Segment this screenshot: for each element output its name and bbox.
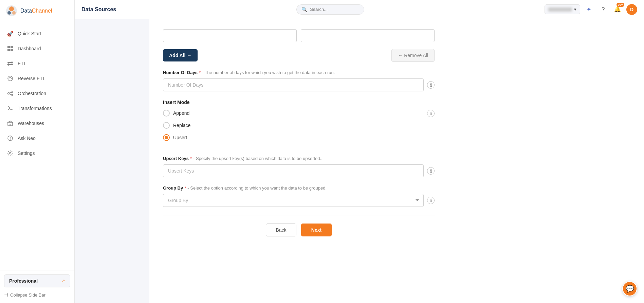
sidebar-item-label: Warehouses	[18, 121, 44, 126]
chat-bubble-button[interactable]: 💬	[622, 281, 637, 296]
insert-mode-title: Insert Mode	[163, 100, 435, 105]
upsert-keys-label: Upsert Keys*- Specify the upsert key(s) …	[163, 156, 435, 161]
transformations-icon	[7, 105, 14, 112]
group-by-desc: - Select the option according to which y…	[187, 185, 327, 191]
number-of-days-info-icon[interactable]: ℹ	[427, 81, 435, 89]
svg-line-11	[10, 92, 11, 93]
user-dropdown[interactable]: ▾	[545, 4, 580, 14]
remove-all-button[interactable]: ← Remove All	[391, 49, 435, 62]
svg-rect-5	[11, 46, 13, 48]
number-of-days-desc: - The number of days for which you wish …	[202, 70, 335, 75]
secondary-input[interactable]	[301, 29, 435, 42]
sidebar-item-ask-neo[interactable]: Ask Neo	[0, 131, 74, 146]
insert-mode-section: Insert Mode Append Replace Upsert	[163, 100, 435, 146]
search-icon: 🔍	[301, 7, 307, 12]
svg-rect-14	[10, 124, 11, 126]
sparkle-icon: ✦	[586, 6, 591, 13]
user-name	[548, 7, 572, 12]
sidebar-item-warehouses[interactable]: Warehouses	[0, 116, 74, 131]
next-label: Next	[311, 227, 321, 233]
group-by-field-row: Group By ℹ	[163, 194, 435, 207]
remove-all-label: ← Remove All	[398, 53, 428, 58]
brand-halo-input[interactable]: addToListBrandHaloClicks	[163, 29, 297, 42]
group-by-select[interactable]: Group By	[163, 194, 424, 207]
sidebar-item-label: ETL	[18, 61, 26, 66]
help-button[interactable]: ?	[598, 4, 609, 15]
insert-mode-info-icon[interactable]: ℹ	[427, 110, 435, 117]
bottom-actions: Back Next	[163, 224, 435, 247]
group-by-label-main: Group By	[163, 185, 183, 191]
group-by-required: *	[184, 185, 186, 191]
add-all-button[interactable]: Add All →	[163, 49, 198, 61]
sidebar-item-reverse-etl[interactable]: Reverse ETL	[0, 71, 74, 86]
sidebar-bottom: Professional ↗ ⊣ Collapse Side Bar	[0, 270, 74, 303]
professional-label: Professional	[9, 278, 38, 284]
notification-badge: 99+	[617, 3, 624, 7]
svg-point-1	[9, 6, 14, 11]
sparkle-button[interactable]: ✦	[584, 4, 594, 15]
svg-point-8	[8, 93, 10, 94]
radio-btn-append[interactable]	[163, 110, 170, 117]
svg-point-17	[10, 139, 11, 140]
action-row: Add All → ← Remove All	[163, 49, 435, 62]
radio-option-upsert[interactable]: Upsert	[163, 134, 424, 141]
upsert-keys-required: *	[190, 156, 192, 161]
radio-btn-replace[interactable]	[163, 122, 170, 129]
search-bar[interactable]: 🔍	[296, 4, 364, 15]
avatar[interactable]: D	[626, 4, 637, 15]
help-icon: ?	[602, 6, 605, 13]
collapse-label: Collapse Side Bar	[10, 292, 45, 298]
form-section: addToListBrandHaloClicks Add All → ← Rem…	[163, 29, 435, 247]
chevron-down-icon: ▾	[574, 7, 576, 12]
radio-label-replace: Replace	[173, 123, 190, 128]
orchestration-icon	[7, 90, 14, 97]
collapse-icon: ⊣	[4, 292, 8, 298]
sidebar-item-transformations[interactable]: Transformations	[0, 101, 74, 116]
svg-rect-6	[7, 49, 10, 51]
svg-point-10	[11, 94, 13, 96]
logo: DataChannel	[0, 0, 74, 22]
radio-options: Append Replace Upsert	[163, 110, 424, 146]
sidebar-item-label: Quick Start	[18, 31, 41, 36]
number-of-days-field-row: ℹ	[163, 78, 435, 91]
collapse-sidebar-button[interactable]: ⊣ Collapse Side Bar	[4, 291, 70, 299]
group-by-info-icon[interactable]: ℹ	[427, 197, 435, 204]
add-all-label: Add All →	[169, 53, 191, 58]
sidebar-item-label: Ask Neo	[18, 136, 36, 141]
sidebar-item-label: Settings	[18, 150, 35, 156]
logo-icon	[5, 5, 18, 17]
page-title: Data Sources	[81, 6, 116, 13]
radio-option-replace[interactable]: Replace	[163, 122, 424, 129]
sidebar-item-settings[interactable]: Settings	[0, 146, 74, 161]
sidebar-item-label: Transformations	[18, 106, 52, 111]
upsert-keys-info-icon[interactable]: ℹ	[427, 167, 435, 175]
sidebar-item-etl[interactable]: ETL	[0, 56, 74, 71]
sidebar-item-label: Dashboard	[18, 46, 41, 51]
number-of-days-input[interactable]	[163, 78, 424, 91]
svg-point-2	[7, 11, 11, 15]
radio-btn-upsert[interactable]	[163, 134, 170, 141]
radio-option-append[interactable]: Append	[163, 110, 424, 117]
sidebar-item-orchestration[interactable]: Orchestration	[0, 86, 74, 101]
number-of-days-label: Number Of Days*- The number of days for …	[163, 70, 435, 75]
sidebar-nav: 🚀 Quick Start Dashboard ETL Reverse ETL	[0, 22, 74, 270]
sidebar-item-label: Orchestration	[18, 91, 46, 96]
sidebar-item-dashboard[interactable]: Dashboard	[0, 41, 74, 56]
radio-label-upsert: Upsert	[173, 135, 187, 140]
settings-icon	[7, 150, 14, 157]
upsert-keys-input[interactable]	[163, 164, 424, 177]
svg-rect-7	[11, 49, 13, 51]
etl-icon	[7, 60, 14, 67]
section-divider	[163, 215, 435, 215]
search-input[interactable]	[310, 7, 359, 12]
back-label: Back	[276, 227, 286, 233]
next-button[interactable]: Next	[301, 224, 332, 236]
back-button[interactable]: Back	[266, 224, 296, 236]
topbar: Data Sources 🔍 ▾ ✦ ? 🔔 99+ D	[75, 0, 644, 19]
input-row: addToListBrandHaloClicks	[163, 29, 435, 42]
group-by-group: Group By*- Select the option according t…	[163, 185, 435, 207]
professional-badge[interactable]: Professional ↗	[4, 274, 70, 287]
notifications-button[interactable]: 🔔 99+	[612, 4, 623, 15]
sidebar-item-quick-start[interactable]: 🚀 Quick Start	[0, 26, 74, 41]
sidebar: DataChannel 🚀 Quick Start Dashboard ETL …	[0, 0, 75, 303]
